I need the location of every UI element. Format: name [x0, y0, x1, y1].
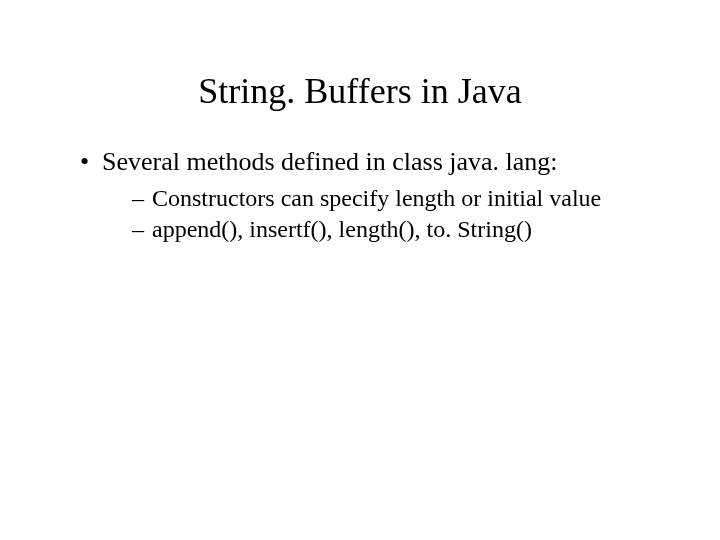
slide-title: String. Buffers in Java	[50, 70, 670, 112]
sub-item: Constructors can specify length or initi…	[132, 185, 670, 212]
sub-item: append(), insertf(), length(), to. Strin…	[132, 216, 670, 243]
bullet-text: Several methods defined in class java. l…	[102, 147, 558, 176]
bullet-item: Several methods defined in class java. l…	[80, 147, 670, 243]
bullet-list: Several methods defined in class java. l…	[50, 147, 670, 243]
sub-list: Constructors can specify length or initi…	[102, 185, 670, 243]
